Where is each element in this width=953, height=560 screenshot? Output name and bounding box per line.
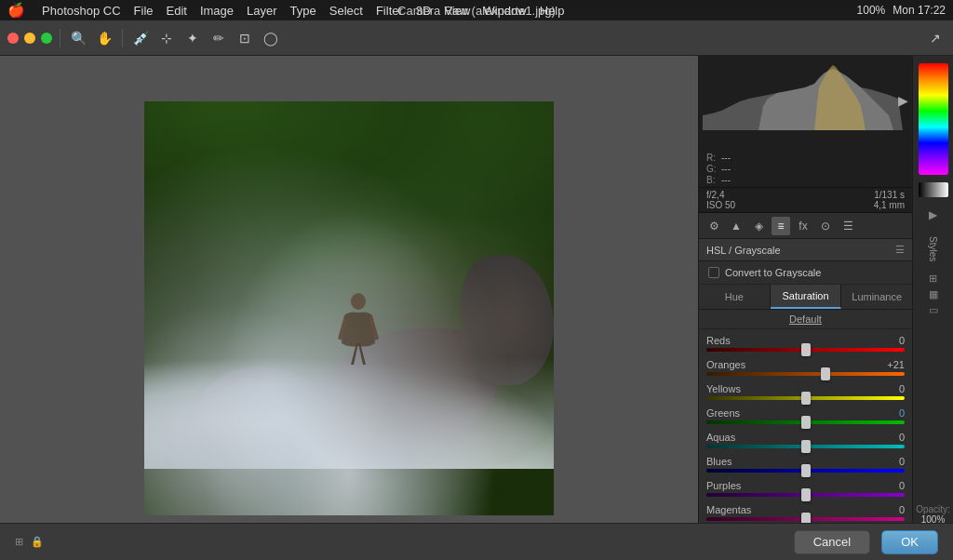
- traffic-lights: [7, 33, 52, 44]
- toolbar: 🔍 ✋ 💉 ⊹ ✦ ✏ ⊡ ◯ ↗: [0, 20, 953, 56]
- bottom-icon-1[interactable]: ⊞: [15, 536, 23, 548]
- camera-row-2: ISO 50 4,1 mm: [706, 200, 905, 210]
- menu-type[interactable]: Type: [290, 4, 316, 18]
- slider-reds: Reds 0: [699, 333, 912, 353]
- slider-yellows: Yellows 0: [699, 381, 912, 402]
- histogram-canvas: [703, 60, 908, 134]
- bottom-bar: ⊞ 🔒 Cancel OK: [0, 523, 953, 560]
- apple-menu[interactable]: 🍎: [7, 2, 25, 19]
- eyedropper-icon[interactable]: 💉: [130, 28, 151, 48]
- paths-icon[interactable]: ▭: [929, 304, 938, 316]
- blue-row: B: ---: [706, 175, 905, 185]
- purples-thumb[interactable]: [801, 488, 811, 501]
- tab-saturation[interactable]: Saturation: [771, 285, 842, 309]
- main-layout: 🔍 ✋ 💉 ⊹ ✦ ✏ ⊡ ◯ ↗: [0, 20, 953, 560]
- aquas-track[interactable]: [706, 445, 905, 448]
- details-icon[interactable]: ◈: [749, 217, 768, 235]
- menu-file[interactable]: File: [134, 4, 154, 18]
- magentas-value: 0: [882, 504, 905, 515]
- aquas-label: Aquas: [706, 432, 735, 443]
- default-label[interactable]: Default: [699, 310, 912, 329]
- magentas-track[interactable]: [706, 517, 905, 521]
- bottom-icon-2[interactable]: 🔒: [31, 536, 44, 548]
- reds-track[interactable]: [706, 348, 905, 352]
- blues-thumb[interactable]: [801, 464, 811, 477]
- split-tone-icon[interactable]: fx: [794, 217, 812, 235]
- section-menu-icon[interactable]: ☰: [895, 244, 905, 256]
- close-button[interactable]: [7, 33, 19, 44]
- layers-icon[interactable]: ⊞: [929, 273, 937, 285]
- histogram-expand[interactable]: ▶: [898, 93, 908, 108]
- hsl-icon active[interactable]: ≡: [772, 217, 790, 235]
- calibration-icon[interactable]: ☰: [839, 217, 857, 235]
- blues-track[interactable]: [706, 469, 905, 473]
- swatch-arrow[interactable]: ▶: [929, 208, 937, 221]
- menu-image[interactable]: Image: [200, 4, 234, 18]
- camera-row-1: f/2,4 1/131 s: [706, 190, 905, 200]
- aquas-thumb[interactable]: [801, 440, 811, 453]
- purples-value: 0: [882, 480, 905, 491]
- aperture-value: f/2,4: [706, 190, 724, 200]
- tone-curve-icon[interactable]: ▲: [727, 217, 745, 235]
- far-right-panel: ▶ Styles ⊞ ▦ ▭ Opacity: 100% Fill: 100%: [912, 56, 953, 560]
- color-gradient-swatch[interactable]: [919, 63, 948, 175]
- lens-icon[interactable]: ⊙: [816, 217, 835, 235]
- window-title: Camera Raw (alexparte1.jpg): [397, 4, 556, 18]
- photo-container: [144, 101, 554, 515]
- maximize-button[interactable]: [41, 33, 52, 44]
- yellows-label: Yellows: [706, 383, 741, 394]
- focal-value: 4,1 mm: [874, 200, 905, 210]
- gradient-tool-icon[interactable]: ◯: [261, 28, 281, 48]
- menu-select[interactable]: Select: [329, 4, 363, 18]
- g-value: ---: [721, 164, 731, 174]
- heal-tool-icon[interactable]: ✦: [182, 28, 203, 48]
- camera-info: f/2,4 1/131 s ISO 50 4,1 mm: [699, 188, 912, 213]
- cancel-button[interactable]: Cancel: [794, 530, 870, 554]
- greens-value: 0: [882, 407, 905, 419]
- section-title: HSL / Grayscale: [706, 245, 781, 256]
- red-row: R: ---: [706, 153, 905, 163]
- tab-hue[interactable]: Hue: [699, 285, 771, 309]
- menu-layer[interactable]: Layer: [247, 4, 277, 18]
- menubar: 🍎 Photoshop CC File Edit Image Layer Typ…: [0, 0, 953, 20]
- export-icon[interactable]: ↗: [925, 28, 946, 48]
- channels-icon[interactable]: ▦: [929, 288, 938, 300]
- greens-track[interactable]: [706, 420, 905, 424]
- aquas-value: 0: [882, 432, 905, 443]
- grayscale-swatch[interactable]: [919, 182, 948, 197]
- separator-2: [122, 29, 123, 47]
- panel-tools: ⚙ ▲ ◈ ≡ fx ⊙ ☰: [699, 213, 912, 239]
- b-label: B:: [706, 175, 718, 185]
- purples-track[interactable]: [706, 493, 905, 497]
- minimize-button[interactable]: [24, 33, 35, 44]
- tab-luminance[interactable]: Luminance: [841, 285, 912, 309]
- grayscale-checkbox[interactable]: [708, 267, 719, 278]
- ok-button[interactable]: OK: [881, 530, 938, 554]
- oranges-thumb[interactable]: [821, 367, 830, 380]
- brush-tool-icon[interactable]: ✏: [208, 28, 229, 48]
- styles-label: Styles: [928, 236, 938, 261]
- menubar-right: 100% Mon 17:22: [857, 4, 946, 17]
- zoom-tool-icon[interactable]: 🔍: [68, 28, 88, 48]
- hand-tool-icon[interactable]: ✋: [94, 28, 114, 48]
- basic-panel-icon[interactable]: ⚙: [705, 217, 723, 235]
- greens-thumb[interactable]: [801, 416, 811, 429]
- reds-thumb[interactable]: [801, 343, 811, 356]
- panel-section-header: HSL / Grayscale ☰: [699, 239, 912, 261]
- magentas-label: Magentas: [706, 504, 751, 515]
- right-panel: ▶ R: --- G: --- B: ---: [698, 56, 912, 560]
- histogram-area: ▶: [699, 56, 912, 149]
- shutter-value: 1/131 s: [874, 190, 905, 200]
- hsl-tabs: Hue Saturation Luminance: [699, 285, 912, 310]
- yellows-thumb[interactable]: [801, 392, 811, 405]
- menu-photoshop[interactable]: Photoshop CC: [42, 4, 121, 18]
- menu-edit[interactable]: Edit: [167, 4, 187, 18]
- yellows-value: 0: [882, 383, 905, 394]
- yellows-track[interactable]: [706, 396, 905, 400]
- oranges-track[interactable]: [706, 372, 905, 376]
- crop-tool-icon[interactable]: ⊹: [156, 28, 177, 48]
- histogram-svg: [703, 60, 908, 130]
- clone-tool-icon[interactable]: ⊡: [235, 28, 255, 48]
- rgb-values: R: --- G: --- B: ---: [699, 149, 912, 188]
- g-label: G:: [706, 164, 718, 174]
